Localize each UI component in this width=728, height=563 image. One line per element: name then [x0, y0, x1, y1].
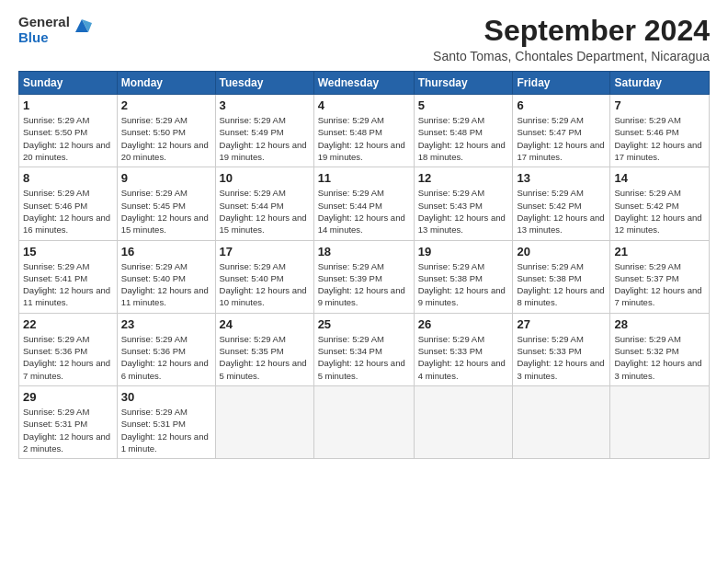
calendar-cell: 4Sunrise: 5:29 AMSunset: 5:48 PMDaylight…	[313, 95, 414, 167]
calendar-cell: 26Sunrise: 5:29 AMSunset: 5:33 PMDayligh…	[414, 313, 513, 385]
col-header-saturday: Saturday	[610, 72, 710, 95]
col-header-sunday: Sunday	[19, 72, 118, 95]
col-header-wednesday: Wednesday	[313, 72, 414, 95]
day-info: Sunrise: 5:29 AMSunset: 5:33 PMDaylight:…	[418, 333, 509, 382]
day-info: Sunrise: 5:29 AMSunset: 5:39 PMDaylight:…	[318, 260, 410, 309]
day-info: Sunrise: 5:29 AMSunset: 5:36 PMDaylight:…	[23, 333, 113, 382]
day-number: 15	[23, 245, 113, 259]
calendar-cell: 27Sunrise: 5:29 AMSunset: 5:33 PMDayligh…	[513, 313, 610, 385]
col-header-monday: Monday	[117, 72, 215, 95]
calendar-cell: 25Sunrise: 5:29 AMSunset: 5:34 PMDayligh…	[313, 313, 414, 385]
day-info: Sunrise: 5:29 AMSunset: 5:32 PMDaylight:…	[614, 333, 705, 382]
day-number: 20	[517, 245, 606, 259]
calendar-cell: 6Sunrise: 5:29 AMSunset: 5:47 PMDaylight…	[513, 95, 610, 167]
calendar-cell: 22Sunrise: 5:29 AMSunset: 5:36 PMDayligh…	[19, 313, 118, 385]
page: General Blue September 2024 Santo Tomas,…	[0, 0, 728, 563]
header: General Blue September 2024 Santo Tomas,…	[18, 15, 710, 63]
day-number: 2	[121, 98, 211, 112]
day-number: 17	[220, 245, 310, 259]
day-number: 8	[23, 171, 113, 185]
calendar-cell: 2Sunrise: 5:29 AMSunset: 5:50 PMDaylight…	[117, 95, 215, 167]
calendar-cell: 8Sunrise: 5:29 AMSunset: 5:46 PMDaylight…	[19, 167, 118, 240]
calendar-cell: 12Sunrise: 5:29 AMSunset: 5:43 PMDayligh…	[414, 167, 513, 240]
day-number: 14	[614, 171, 705, 185]
calendar-cell	[610, 385, 710, 458]
day-info: Sunrise: 5:29 AMSunset: 5:46 PMDaylight:…	[23, 187, 113, 236]
calendar-cell: 29Sunrise: 5:29 AMSunset: 5:31 PMDayligh…	[19, 385, 118, 458]
calendar-row: 29Sunrise: 5:29 AMSunset: 5:31 PMDayligh…	[19, 385, 710, 458]
day-number: 9	[121, 171, 211, 185]
calendar-cell: 21Sunrise: 5:29 AMSunset: 5:37 PMDayligh…	[610, 240, 710, 313]
day-info: Sunrise: 5:29 AMSunset: 5:50 PMDaylight:…	[23, 114, 113, 163]
calendar-row: 22Sunrise: 5:29 AMSunset: 5:36 PMDayligh…	[19, 313, 710, 385]
day-number: 12	[418, 171, 509, 185]
day-number: 11	[318, 171, 410, 185]
day-info: Sunrise: 5:29 AMSunset: 5:50 PMDaylight:…	[121, 114, 211, 163]
day-info: Sunrise: 5:29 AMSunset: 5:42 PMDaylight:…	[614, 187, 705, 236]
day-info: Sunrise: 5:29 AMSunset: 5:48 PMDaylight:…	[318, 114, 410, 163]
calendar-cell: 19Sunrise: 5:29 AMSunset: 5:38 PMDayligh…	[414, 240, 513, 313]
day-info: Sunrise: 5:29 AMSunset: 5:44 PMDaylight:…	[220, 187, 310, 236]
day-number: 25	[318, 317, 410, 331]
day-info: Sunrise: 5:29 AMSunset: 5:43 PMDaylight:…	[418, 187, 509, 236]
day-info: Sunrise: 5:29 AMSunset: 5:40 PMDaylight:…	[220, 260, 310, 309]
calendar-cell: 3Sunrise: 5:29 AMSunset: 5:49 PMDaylight…	[215, 95, 313, 167]
day-number: 27	[517, 317, 606, 331]
calendar-row: 1Sunrise: 5:29 AMSunset: 5:50 PMDaylight…	[19, 95, 710, 167]
calendar-cell	[414, 385, 513, 458]
calendar-cell: 10Sunrise: 5:29 AMSunset: 5:44 PMDayligh…	[215, 167, 313, 240]
day-number: 28	[614, 317, 705, 331]
day-number: 21	[614, 245, 705, 259]
day-number: 7	[614, 98, 705, 112]
day-number: 6	[517, 98, 606, 112]
day-number: 26	[418, 317, 509, 331]
day-info: Sunrise: 5:29 AMSunset: 5:48 PMDaylight:…	[418, 114, 509, 163]
logo-general: General	[18, 15, 70, 30]
calendar-cell: 30Sunrise: 5:29 AMSunset: 5:31 PMDayligh…	[117, 385, 215, 458]
day-info: Sunrise: 5:29 AMSunset: 5:41 PMDaylight:…	[23, 260, 113, 309]
calendar-cell: 14Sunrise: 5:29 AMSunset: 5:42 PMDayligh…	[610, 167, 710, 240]
calendar-cell: 15Sunrise: 5:29 AMSunset: 5:41 PMDayligh…	[19, 240, 118, 313]
calendar-cell: 5Sunrise: 5:29 AMSunset: 5:48 PMDaylight…	[414, 95, 513, 167]
calendar-cell: 17Sunrise: 5:29 AMSunset: 5:40 PMDayligh…	[215, 240, 313, 313]
day-info: Sunrise: 5:29 AMSunset: 5:33 PMDaylight:…	[517, 333, 606, 382]
day-info: Sunrise: 5:29 AMSunset: 5:46 PMDaylight:…	[614, 114, 705, 163]
calendar-cell: 24Sunrise: 5:29 AMSunset: 5:35 PMDayligh…	[215, 313, 313, 385]
day-info: Sunrise: 5:29 AMSunset: 5:38 PMDaylight:…	[418, 260, 509, 309]
day-number: 23	[121, 317, 211, 331]
day-number: 10	[220, 171, 310, 185]
day-number: 18	[318, 245, 410, 259]
day-info: Sunrise: 5:29 AMSunset: 5:35 PMDaylight:…	[220, 333, 310, 382]
calendar-cell: 28Sunrise: 5:29 AMSunset: 5:32 PMDayligh…	[610, 313, 710, 385]
day-number: 13	[517, 171, 606, 185]
title-block: September 2024 Santo Tomas, Chontales De…	[92, 15, 710, 63]
day-number: 16	[121, 245, 211, 259]
day-info: Sunrise: 5:29 AMSunset: 5:47 PMDaylight:…	[517, 114, 606, 163]
day-info: Sunrise: 5:29 AMSunset: 5:49 PMDaylight:…	[220, 114, 310, 163]
calendar-cell: 1Sunrise: 5:29 AMSunset: 5:50 PMDaylight…	[19, 95, 118, 167]
day-number: 4	[318, 98, 410, 112]
calendar-row: 8Sunrise: 5:29 AMSunset: 5:46 PMDaylight…	[19, 167, 710, 240]
day-info: Sunrise: 5:29 AMSunset: 5:40 PMDaylight:…	[121, 260, 211, 309]
col-header-tuesday: Tuesday	[215, 72, 313, 95]
day-info: Sunrise: 5:29 AMSunset: 5:31 PMDaylight:…	[23, 406, 113, 454]
logo: General Blue	[18, 15, 92, 45]
day-number: 3	[220, 98, 310, 112]
calendar-table: SundayMondayTuesdayWednesdayThursdayFrid…	[18, 71, 710, 459]
day-info: Sunrise: 5:29 AMSunset: 5:45 PMDaylight:…	[121, 187, 211, 236]
day-number: 1	[23, 98, 113, 112]
calendar-cell	[513, 385, 610, 458]
calendar-cell	[215, 385, 313, 458]
calendar-cell: 9Sunrise: 5:29 AMSunset: 5:45 PMDaylight…	[117, 167, 215, 240]
calendar-header-row: SundayMondayTuesdayWednesdayThursdayFrid…	[19, 72, 710, 95]
calendar-cell: 18Sunrise: 5:29 AMSunset: 5:39 PMDayligh…	[313, 240, 414, 313]
day-info: Sunrise: 5:29 AMSunset: 5:38 PMDaylight:…	[517, 260, 606, 309]
calendar-cell: 13Sunrise: 5:29 AMSunset: 5:42 PMDayligh…	[513, 167, 610, 240]
day-info: Sunrise: 5:29 AMSunset: 5:44 PMDaylight:…	[318, 187, 410, 236]
day-number: 24	[220, 317, 310, 331]
col-header-thursday: Thursday	[414, 72, 513, 95]
subtitle: Santo Tomas, Chontales Department, Nicar…	[92, 49, 710, 63]
logo-icon	[72, 16, 92, 36]
day-info: Sunrise: 5:29 AMSunset: 5:34 PMDaylight:…	[318, 333, 410, 382]
calendar-cell	[313, 385, 414, 458]
